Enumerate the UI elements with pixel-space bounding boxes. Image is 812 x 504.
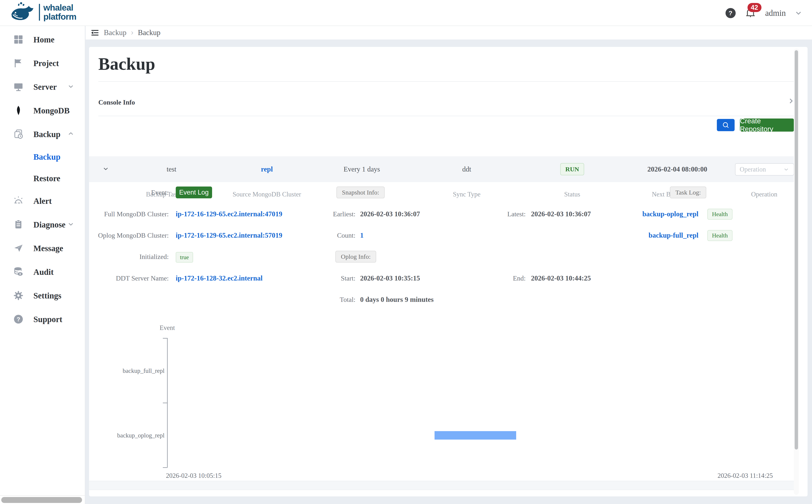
status-badge: RUN <box>560 163 584 175</box>
cell-task-name: test <box>166 165 176 173</box>
event-label: Event: <box>89 187 169 198</box>
oplog-task-link[interactable]: backup-oplog_repl <box>635 208 699 220</box>
chevron-up-icon <box>67 130 75 138</box>
earliest-value: 2026-02-03 10:36:07 <box>360 208 420 220</box>
oplog-info-badge: Oplog Info: <box>335 251 376 263</box>
sidebar-item-project[interactable]: Project <box>0 51 85 75</box>
chart-x-label-max: 2026-02-03 11:14:25 <box>701 472 790 479</box>
sidebar-sublabel-active: Backup <box>33 152 60 162</box>
help-icon[interactable]: ? <box>726 8 736 18</box>
search-button[interactable] <box>717 119 735 131</box>
latest-label: Latest: <box>488 208 526 220</box>
sidebar-item-server[interactable]: Server <box>0 75 85 99</box>
sidebar-item-diagnose[interactable]: Diagnose <box>0 213 85 236</box>
sidebar-item-support[interactable]: ? Support <box>0 307 85 331</box>
flag-icon <box>12 57 25 69</box>
chart-title: Event <box>146 324 188 332</box>
ddt-server-label: DDT Server Name: <box>89 272 169 284</box>
row-expander-chevron-icon[interactable] <box>102 165 109 173</box>
cell-next-backup-time: 2026-02-04 08:00:00 <box>647 165 707 173</box>
snapshot-info-badge-wrap: Snapshot Info: <box>336 187 385 198</box>
table-row: test repl Every 1 days ddt RUN 2026-02-0… <box>89 156 795 182</box>
sidebar-item-audit[interactable]: Audit <box>0 260 85 284</box>
card-vertical-scrollbar[interactable] <box>795 50 798 450</box>
chevron-down-icon <box>67 83 75 91</box>
task-log-badge-wrap: Task Log: <box>670 187 706 198</box>
axis-tick <box>163 467 167 468</box>
sidebar-item-home[interactable]: Home <box>0 28 85 51</box>
sidebar-label: Settings <box>33 291 61 300</box>
question-circle-icon: ? <box>12 313 25 325</box>
col-header-status: Status <box>564 191 580 198</box>
start-label: Start: <box>313 272 356 284</box>
sidebar-subitem-backup[interactable]: Backup <box>0 146 85 168</box>
sidebar-item-mongodb[interactable]: MongoDB <box>0 99 85 122</box>
task-log-badge: Task Log: <box>670 187 706 198</box>
whale-logo-icon <box>10 1 35 23</box>
grid-icon <box>12 33 25 46</box>
earliest-label: Earliest: <box>313 208 356 220</box>
oplog-cluster-link[interactable]: ip-172-16-129-65.ec2.internal:57019 <box>176 229 282 241</box>
card-scrollbar-track <box>794 49 799 495</box>
sidebar-scrollbar-track <box>0 495 85 496</box>
breadcrumb-item-current: Backup <box>138 29 160 37</box>
console-info-label: Console Info <box>98 98 135 106</box>
cell-cluster-link[interactable]: repl <box>261 165 273 173</box>
table-footer-strip <box>89 481 795 490</box>
sidebar-item-settings[interactable]: Settings <box>0 284 85 307</box>
sidebar-item-message[interactable]: Message <box>0 236 85 260</box>
sidebar-label: MongoDB <box>33 106 70 115</box>
user-name[interactable]: admin <box>765 8 786 18</box>
full-cluster-link[interactable]: ip-172-16-129-65.ec2.internal:47019 <box>176 208 282 220</box>
sidebar-label: Backup <box>33 129 60 139</box>
notification-badge: 42 <box>748 3 762 12</box>
full-task-link[interactable]: backup-full_repl <box>635 229 699 241</box>
user-chevron-down-icon[interactable] <box>794 9 803 17</box>
operation-select[interactable]: Operation <box>735 163 794 176</box>
oplog-cluster-label: Oplog MongoDB Cluster: <box>89 229 169 241</box>
screen: whaleal platform ? 42 admin <box>0 0 812 504</box>
mongodb-leaf-icon <box>12 104 25 117</box>
sidebar-item-backup[interactable]: Backup <box>0 122 85 146</box>
end-value: 2026-02-03 10:44:25 <box>531 272 591 284</box>
cell-sync-type: ddt <box>462 165 471 173</box>
sidebar-label: Home <box>33 35 55 44</box>
topbar-right: ? 42 admin <box>726 0 803 26</box>
count-label: Count: <box>313 229 356 241</box>
event-log-button-wrap: Event Log <box>176 187 212 198</box>
sidebar-horizontal-scrollbar[interactable] <box>1 497 82 503</box>
sidebar-label: Diagnose <box>33 220 65 229</box>
breadcrumb-separator-icon: › <box>131 29 134 35</box>
menu-fold-icon[interactable] <box>90 28 100 37</box>
event-log-button[interactable]: Event Log <box>176 187 212 198</box>
operation-placeholder: Operation <box>740 166 766 173</box>
end-label: End: <box>488 272 526 284</box>
alarm-icon <box>12 195 25 207</box>
oplog-task-health-badge: Health <box>707 209 733 220</box>
sidebar-item-alert[interactable]: Alert <box>0 189 85 213</box>
clipboard-icon <box>12 218 25 231</box>
chart-category-label: backup_full_repl <box>97 367 164 374</box>
sidebar-label: Server <box>33 82 57 92</box>
select-chevron-down-icon <box>783 166 789 173</box>
logo-text: whaleal platform <box>43 3 76 21</box>
breadcrumb-item[interactable]: Backup <box>104 29 126 37</box>
create-repository-button[interactable]: Create Repository <box>740 119 794 132</box>
cell-strategy: Every 1 days <box>344 165 380 173</box>
sidebar: Home Project Server MongoDB <box>0 26 85 504</box>
gear-icon <box>12 289 25 302</box>
chart-x-label-min: 2026-02-03 10:05:15 <box>149 472 238 479</box>
topbar: whaleal platform ? 42 admin <box>0 0 812 26</box>
logo-line2: platform <box>43 12 76 21</box>
page-title: Backup <box>98 54 155 74</box>
count-value[interactable]: 1 <box>360 229 364 241</box>
paper-plane-icon <box>12 242 25 254</box>
notifications-button[interactable]: 42 <box>744 7 757 19</box>
content-card: Backup Console Info Create Repository Ba… <box>89 47 808 496</box>
ddt-server-link[interactable]: ip-172-16-128-32.ec2.internal <box>176 272 263 284</box>
logo[interactable]: whaleal platform <box>10 1 76 23</box>
monitor-icon <box>12 81 25 93</box>
total-label: Total: <box>313 294 356 305</box>
database-eye-icon <box>12 266 25 278</box>
sidebar-subitem-restore[interactable]: Restore <box>0 168 85 189</box>
